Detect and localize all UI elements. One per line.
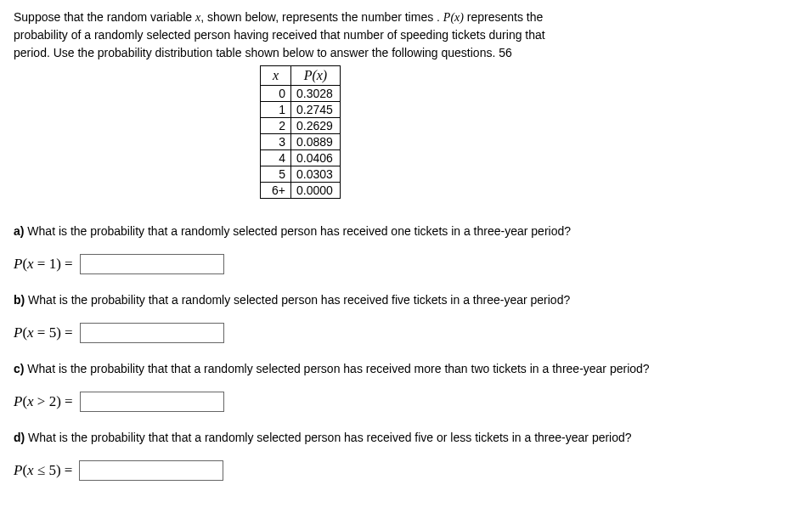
table-header-x: x bbox=[261, 66, 291, 86]
question-d: d) What is the probability that that a r… bbox=[14, 429, 798, 447]
math-label-b: P(x = 5) = bbox=[14, 324, 73, 341]
answer-input-a[interactable] bbox=[80, 254, 224, 274]
table-row: 00.3028 bbox=[261, 86, 341, 102]
question-d-text: What is the probability that that a rand… bbox=[25, 431, 631, 444]
question-b-text: What is the probability that a randomly … bbox=[25, 293, 570, 307]
math-label-d: P(x ≤ 5) = bbox=[14, 462, 72, 479]
probability-table: x P(x) 00.3028 10.2745 20.2629 30.0889 4… bbox=[260, 65, 341, 199]
question-b-label: b) bbox=[14, 293, 25, 307]
answer-row-a: P(x = 1) = bbox=[14, 254, 798, 274]
question-c-text: What is the probability that that a rand… bbox=[24, 362, 649, 375]
answer-input-c[interactable] bbox=[80, 392, 224, 412]
question-a-label: a) bbox=[14, 224, 24, 238]
answer-row-d: P(x ≤ 5) = bbox=[14, 460, 798, 481]
table-row: 30.0889 bbox=[261, 134, 341, 150]
question-c-label: c) bbox=[14, 362, 24, 375]
question-a: a) What is the probability that a random… bbox=[14, 223, 798, 240]
intro-text: Suppose that the random variable x, show… bbox=[14, 8, 798, 62]
table-row: 10.2745 bbox=[261, 102, 341, 118]
table-row: 6+0.0000 bbox=[261, 183, 341, 199]
table-header-px: P(x) bbox=[291, 66, 341, 86]
question-d-label: d) bbox=[14, 431, 25, 444]
question-c: c) What is the probability that that a r… bbox=[14, 360, 798, 378]
question-b: b) What is the probability that a random… bbox=[14, 291, 798, 309]
table-row: 50.0303 bbox=[261, 166, 341, 183]
question-a-text: What is the probability that a randomly … bbox=[24, 224, 571, 238]
answer-input-d[interactable] bbox=[79, 460, 223, 481]
answer-input-b[interactable] bbox=[80, 323, 224, 343]
answer-row-b: P(x = 5) = bbox=[14, 323, 798, 343]
table-row: 20.2629 bbox=[261, 118, 341, 134]
table-row: 40.0406 bbox=[261, 150, 341, 166]
math-label-a: P(x = 1) = bbox=[14, 256, 73, 273]
math-label-c: P(x > 2) = bbox=[14, 393, 73, 410]
answer-row-c: P(x > 2) = bbox=[14, 392, 798, 412]
